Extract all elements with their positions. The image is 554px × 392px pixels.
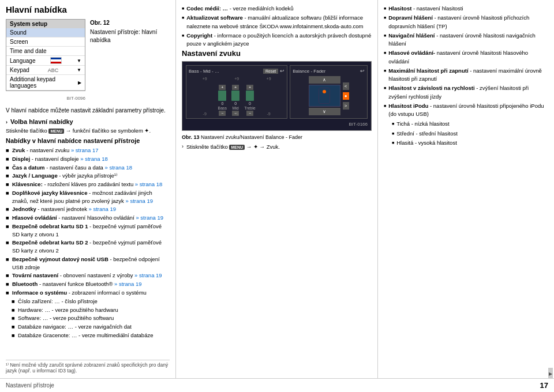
bullet-icon: ■ xyxy=(6,239,10,247)
treble-plus-button[interactable]: + xyxy=(246,85,253,90)
setup-item-screen[interactable]: Screen xyxy=(6,37,85,47)
list-item: ■ Hardware: … - verze použitého hardwaru xyxy=(12,306,170,314)
volba-instruction: Stiskněte tlačítko MENU → funkční tlačít… xyxy=(6,127,170,134)
list-item: ■ Jednotky - nastavení jednotek » strana… xyxy=(6,205,170,213)
balance-left-button[interactable]: < xyxy=(343,82,349,90)
flag-icon xyxy=(50,57,62,64)
step-instruction: › Stiskněte tlačítko MENU → ✦ → Zvuk. xyxy=(182,144,372,150)
list-item: Hlasitá - vysoká hlasitost xyxy=(392,139,548,147)
list-item: Hlasitost v závislosti na rychlosti - zv… xyxy=(384,84,548,101)
setup-item-label: Keypad xyxy=(10,67,29,73)
left-column: Hlavní nabídka System setup Sound Screen… xyxy=(0,0,176,378)
bullet-icon: ■ xyxy=(6,164,10,172)
bullet-icon: ■ xyxy=(6,172,10,180)
list-item: ■ Zvuk - nastavení zvuku » strana 17 xyxy=(6,146,170,154)
right-column: Hlasitost - nastavení hlasitosti Dopravn… xyxy=(378,0,554,378)
minus-9-label: -9 xyxy=(267,112,270,116)
mid-bar xyxy=(231,91,239,101)
footnote: ¹⁾ Není možné vždy zaručit správné zobra… xyxy=(6,360,170,374)
volume-sub-list: Tichá - nízká hlasitost Střední - středn… xyxy=(384,120,548,147)
list-item: Tichá - nízká hlasitost xyxy=(392,120,548,128)
balance-right-button[interactable]: > xyxy=(343,102,349,110)
setup-item-keypad[interactable]: Keypad ABC ▼ xyxy=(6,66,85,75)
intro-text: V hlavní nabídce můžete nastavit základn… xyxy=(6,107,170,115)
bullet-icon: ■ xyxy=(6,214,10,222)
bullet-icon: ■ xyxy=(6,255,10,263)
balance-dot xyxy=(323,90,326,93)
plus-9-label: +9 xyxy=(267,77,271,81)
list-item: ■ Displej - nastavení displeje » strana … xyxy=(6,155,170,163)
chevron-right-icon: ▶ xyxy=(78,80,81,85)
system-setup-box: System setup Sound Screen Time and date … xyxy=(6,19,85,91)
list-item: ■ Doplňkové jazyky klávesnice - možnost … xyxy=(6,189,170,205)
treble-value: 0 xyxy=(249,101,251,105)
arrow-right-icon: › xyxy=(6,119,8,125)
bass-bar xyxy=(218,91,226,101)
balance-up-button[interactable]: ∧ xyxy=(309,76,340,84)
content-area: Hlavní nabídka System setup Sound Screen… xyxy=(0,0,554,378)
balance-center-button[interactable]: ● xyxy=(343,92,349,100)
sound-settings-title: Nastavení zvuku xyxy=(182,49,372,58)
setup-item-language[interactable]: Language ▼ xyxy=(6,56,85,66)
bullet-icon: ■ xyxy=(12,306,16,314)
bullet-icon: ■ xyxy=(6,223,10,231)
list-item: Hlasitost iPodu - nastavení úrovně hlasi… xyxy=(384,102,548,119)
treble-control: + 0 Treble − xyxy=(244,85,256,116)
page-right-arrow-icon: ▶ xyxy=(549,371,552,376)
list-item: Maximální hlasitost při zapnutí - nastav… xyxy=(384,67,548,84)
undo-icon: ↩ xyxy=(360,68,365,74)
bullet-icon: ■ xyxy=(6,189,10,197)
mid-control: + 0 Mid − xyxy=(231,85,239,116)
bullet-icon: ■ xyxy=(12,314,16,322)
list-item: Copyright - informace o použitých licenc… xyxy=(182,32,372,48)
reset-button[interactable]: Reset xyxy=(263,69,278,74)
bit-code-right: BIT-0166 xyxy=(186,120,368,127)
bullet-icon: ■ xyxy=(12,323,16,331)
bullet-icon: ■ xyxy=(6,180,10,189)
mid-plus-button[interactable]: + xyxy=(232,85,239,90)
sound-diagram: Bass - Mid - … Reset ↩ +9 +9 xyxy=(182,61,372,131)
list-item: ■ Klávesnice: - rozložení kláves pro zad… xyxy=(6,180,170,189)
setup-item-abc: ABC xyxy=(48,67,59,73)
eq-panel-label: Bass - Mid - … xyxy=(189,69,219,74)
setup-item-label: Language xyxy=(10,58,36,64)
list-item: ■ Jazyk / Language - výběr jazyka přístr… xyxy=(6,172,170,180)
sound-settings-section: Nastavení zvuku Bass - Mid - … Reset ↩ xyxy=(182,49,372,154)
bass-value: 0 xyxy=(221,101,223,105)
spacer xyxy=(384,148,548,374)
right-sound-list: Hlasitost - nastavení hlasitosti Dopravn… xyxy=(384,5,548,148)
balance-down-button[interactable]: ∨ xyxy=(309,108,340,115)
mid-value: 0 xyxy=(234,101,237,105)
plus-9-label: +9 xyxy=(203,77,207,81)
list-item: ■ Bluetooth - nastavení funkce Bluetooth… xyxy=(6,280,170,288)
undo-icon: ↩ xyxy=(280,68,285,74)
treble-bar xyxy=(246,91,254,101)
setup-item-timedate[interactable]: Time and date xyxy=(6,47,85,56)
list-item: ■ Tovární nastavení - obnovení nastavení… xyxy=(6,272,170,280)
setup-item-label: Screen xyxy=(10,39,28,45)
nabidky-heading: Nabídky v hlavní nabídce nastavení příst… xyxy=(6,137,170,144)
list-item: Hlasové ovládání- nastavení úrovně hlasi… xyxy=(384,49,548,66)
list-item: Navigační hlášení - nastavení úrovně hla… xyxy=(384,32,548,48)
bit-code-label: BIT-0096 xyxy=(6,96,85,101)
chevron-down-icon: ▼ xyxy=(77,58,81,63)
menu-btn-icon: MENU xyxy=(48,129,64,134)
bass-control: + 0 Bass − xyxy=(218,85,227,116)
list-item: ■ Hlasové ovládání - nastavení hlasového… xyxy=(6,214,170,222)
bass-plus-button[interactable]: + xyxy=(219,85,226,90)
mid-label: Mid xyxy=(232,106,238,110)
minus-9-label: -9 xyxy=(235,112,238,116)
page-title: Hlavní nabídka xyxy=(6,5,170,14)
setup-item-label: Additional keypad languages xyxy=(10,76,78,89)
figure-caption: Nastavení přístroje: hlavní nabídka xyxy=(90,28,170,44)
minus-9-label: -9 xyxy=(203,112,207,116)
list-item: ■ Bezpečně odebrat kartu SD 2 - bezpečné… xyxy=(6,239,170,255)
volba-heading: › Volba hlavní nabídky xyxy=(6,118,170,125)
list-item: ■ Bezpečně vyjmout datový nosič USB - be… xyxy=(6,255,170,272)
list-item: ■ Databáze Gracenote: … - verze multimed… xyxy=(12,331,170,340)
setup-item-sound[interactable]: Sound xyxy=(6,28,85,37)
bass-label: Bass xyxy=(218,106,227,110)
list-item: Codec médií: … - verze mediálních kodeků xyxy=(182,5,372,13)
page-number: 17 xyxy=(540,381,548,390)
setup-item-keypad-lang[interactable]: Additional keypad languages ▶ xyxy=(6,75,85,91)
